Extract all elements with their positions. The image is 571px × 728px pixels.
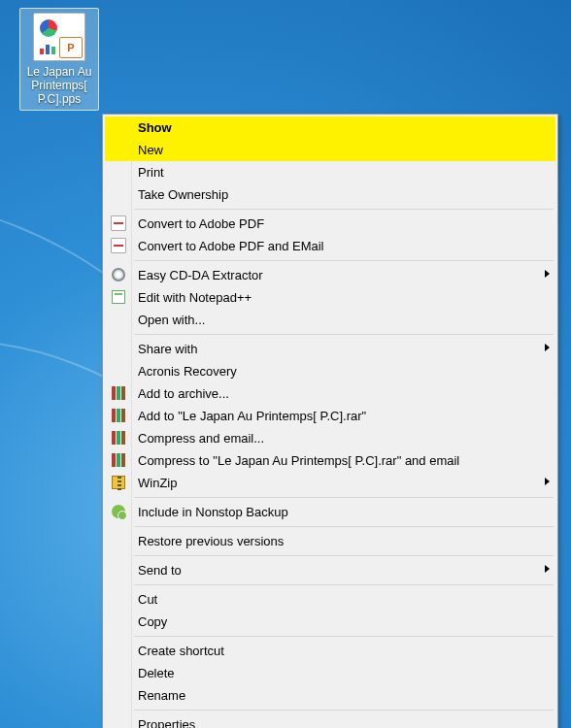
submenu-arrow-icon bbox=[545, 565, 550, 573]
menu-separator bbox=[134, 710, 554, 711]
powerpoint-overlay-icon: P bbox=[59, 37, 83, 58]
menu-take-ownership[interactable]: Take Ownership bbox=[105, 183, 555, 206]
menu-separator bbox=[134, 636, 554, 637]
menu-label: Create shortcut bbox=[138, 644, 224, 658]
menu-label: Send to bbox=[138, 563, 182, 578]
menu-print[interactable]: Print bbox=[105, 161, 555, 183]
desktop-file-icon[interactable]: P Le Japan Au Printemps[ P.C].pps bbox=[19, 8, 99, 111]
menu-separator bbox=[134, 497, 554, 498]
menu-label: Add to archive... bbox=[138, 386, 229, 401]
notepad-icon bbox=[111, 289, 126, 305]
menu-separator bbox=[134, 555, 554, 556]
menu-label: Edit with Notepad++ bbox=[138, 290, 252, 305]
menu-label: Open with... bbox=[138, 313, 205, 327]
menu-show[interactable]: Show bbox=[105, 116, 555, 139]
menu-create-shortcut[interactable]: Create shortcut bbox=[105, 640, 555, 662]
menu-add-to-rar[interactable]: Add to "Le Japan Au Printemps[ P.C].rar" bbox=[105, 405, 555, 427]
pdf-icon bbox=[111, 215, 126, 231]
menu-label: Rename bbox=[138, 688, 185, 703]
menu-restore-prev[interactable]: Restore previous versions bbox=[105, 530, 555, 552]
menu-label: Compress to "Le Japan Au Printemps[ P.C]… bbox=[138, 453, 459, 468]
file-thumb: P bbox=[33, 13, 85, 61]
menu-label: Share with bbox=[138, 342, 197, 356]
menu-label: Acronis Recovery bbox=[138, 364, 237, 379]
menu-easy-cd[interactable]: Easy CD-DA Extractor bbox=[105, 264, 555, 286]
archive-icon bbox=[111, 385, 126, 401]
menu-label: Copy bbox=[138, 614, 167, 629]
menu-label: Convert to Adobe PDF bbox=[138, 216, 264, 231]
menu-separator bbox=[134, 584, 554, 585]
menu-label: Easy CD-DA Extractor bbox=[138, 268, 263, 282]
menu-convert-pdf-email[interactable]: Convert to Adobe PDF and EMail bbox=[105, 235, 555, 257]
menu-label: Include in Nonstop Backup bbox=[138, 505, 288, 519]
menu-share-with[interactable]: Share with bbox=[105, 338, 555, 360]
menu-acronis[interactable]: Acronis Recovery bbox=[105, 360, 555, 382]
menu-label: Add to "Le Japan Au Printemps[ P.C].rar" bbox=[138, 409, 366, 423]
pie-icon bbox=[40, 19, 57, 37]
menu-label: Print bbox=[138, 165, 164, 180]
submenu-arrow-icon bbox=[545, 478, 550, 485]
archive-icon bbox=[111, 430, 126, 446]
menu-separator bbox=[134, 334, 554, 335]
menu-compress-email[interactable]: Compress and email... bbox=[105, 427, 555, 449]
menu-label: Properties bbox=[138, 717, 195, 728]
menu-label: Show bbox=[138, 120, 172, 135]
menu-convert-pdf[interactable]: Convert to Adobe PDF bbox=[105, 213, 555, 235]
menu-compress-to-rar-email[interactable]: Compress to "Le Japan Au Printemps[ P.C]… bbox=[105, 449, 555, 472]
menu-open-with[interactable]: Open with... bbox=[105, 309, 555, 331]
context-menu: Show New Print Take Ownership Convert to… bbox=[102, 114, 558, 728]
backup-icon bbox=[111, 504, 126, 519]
archive-icon bbox=[111, 452, 126, 468]
menu-copy[interactable]: Copy bbox=[105, 611, 555, 633]
menu-nonstop-backup[interactable]: Include in Nonstop Backup bbox=[105, 501, 555, 523]
pdf-icon bbox=[111, 238, 126, 253]
menu-separator bbox=[134, 260, 554, 261]
menu-label: Delete bbox=[138, 666, 175, 680]
menu-cut[interactable]: Cut bbox=[105, 588, 555, 611]
menu-edit-notepad[interactable]: Edit with Notepad++ bbox=[105, 286, 555, 309]
menu-winzip[interactable]: WinZip bbox=[105, 472, 555, 494]
menu-label: WinZip bbox=[138, 476, 177, 490]
menu-label: Convert to Adobe PDF and EMail bbox=[138, 239, 324, 253]
winzip-icon bbox=[111, 475, 126, 490]
menu-label: Take Ownership bbox=[138, 187, 228, 202]
menu-separator bbox=[134, 209, 554, 210]
menu-add-archive[interactable]: Add to archive... bbox=[105, 382, 555, 405]
menu-properties[interactable]: Properties bbox=[105, 713, 555, 728]
cd-icon bbox=[111, 267, 126, 282]
menu-delete[interactable]: Delete bbox=[105, 662, 555, 684]
menu-separator bbox=[134, 526, 554, 527]
file-label: Le Japan Au Printemps[ P.C].pps bbox=[22, 65, 96, 106]
submenu-arrow-icon bbox=[545, 270, 550, 278]
menu-new[interactable]: New bbox=[105, 139, 555, 161]
menu-label: Compress and email... bbox=[138, 431, 264, 446]
submenu-arrow-icon bbox=[545, 344, 550, 351]
menu-send-to[interactable]: Send to bbox=[105, 559, 555, 581]
menu-label: Restore previous versions bbox=[138, 534, 284, 548]
archive-icon bbox=[111, 408, 126, 423]
menu-label: New bbox=[138, 143, 163, 157]
menu-rename[interactable]: Rename bbox=[105, 684, 555, 707]
menu-label: Cut bbox=[138, 592, 157, 607]
bars-icon bbox=[40, 41, 57, 54]
